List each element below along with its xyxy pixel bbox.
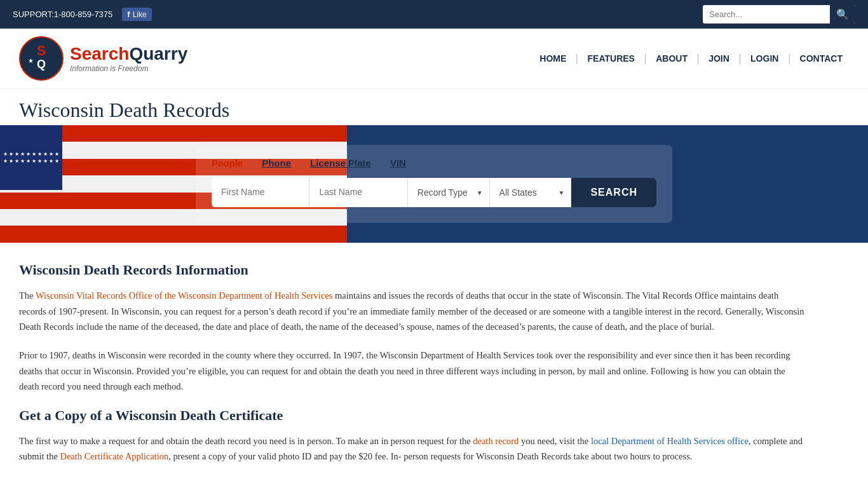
para3-between-links: you need, visit the [519,436,591,446]
nav-features[interactable]: FEATURES [581,53,641,64]
facebook-icon: f [127,10,130,19]
nav-contact[interactable]: CONTACT [794,53,849,64]
svg-text:★: ★ [28,57,34,64]
search-button[interactable]: SEARCH [571,178,656,207]
logo-icon: S Q ★ [19,36,64,81]
top-bar: SUPPORT:1-800-859-7375 f Like 🔍 [0,0,868,29]
svg-text:Q: Q [37,58,46,71]
vital-records-link[interactable]: Wisconsin Vital Records Office of the Wi… [36,290,332,301]
page-title: Wisconsin Death Records [19,98,849,122]
top-bar-left: SUPPORT:1-800-859-7375 f Like [13,8,152,21]
section2-title: Get a Copy of a Wisconsin Death Certific… [19,407,807,424]
nav-divider-5: | [788,53,790,64]
logo-text: SearchQuarry Information is Freedom [70,44,187,73]
nav-login[interactable]: LOGIN [744,53,785,64]
tab-people[interactable]: People [212,158,243,168]
state-wrap: All States Wisconsin Alabama Alaska Ariz… [490,178,572,207]
tab-vin[interactable]: VIN [390,158,406,168]
page-title-area: Wisconsin Death Records [0,89,868,125]
top-search-button[interactable]: 🔍 [830,5,855,24]
top-search-bar: 🔍 [703,5,855,24]
nav-divider-1: | [576,53,578,64]
logo-quarry: Quarry [129,44,187,64]
content-area: Wisconsin Death Records Information The … [0,243,826,488]
main-nav: HOME | FEATURES | ABOUT | JOIN | LOGIN |… [533,53,849,64]
search-tabs: People Phone License Plate VIN [212,158,656,168]
death-cert-app-link[interactable]: Death Certificate Application [60,451,168,461]
record-type-wrap: Record Type Death Records Birth Records … [408,178,490,207]
logo-brand: SearchQuarry [70,44,187,64]
record-type-select[interactable]: Record Type Death Records Birth Records … [408,179,489,207]
tab-license-plate[interactable]: License Plate [310,158,371,168]
nav-divider-3: | [697,53,699,64]
last-name-input[interactable] [309,178,407,206]
content-para-1: The Wisconsin Vital Records Office of th… [19,288,807,335]
death-record-link[interactable]: death record [473,436,519,446]
nav-divider-2: | [644,53,646,64]
content-para-3: The first way to make a request for and … [19,433,807,464]
logo-tagline: Information is Freedom [70,64,187,73]
fb-like-label: Like [133,10,147,19]
state-select[interactable]: All States Wisconsin Alabama Alaska Ariz… [490,179,571,207]
para3-before-link1: The first way to make a request for and … [19,436,473,446]
para3-end: , present a copy of your valid photo ID … [168,451,692,461]
nav-about[interactable]: ABOUT [649,53,694,64]
nav-join[interactable]: JOIN [702,53,736,64]
para1-before-link: The [19,290,36,301]
nav-divider-4: | [739,53,741,64]
search-form: Record Type Death Records Birth Records … [212,178,656,207]
last-name-wrap [309,178,407,207]
logo-area: S Q ★ SearchQuarry Information is Freedo… [19,36,187,81]
site-header: S Q ★ SearchQuarry Information is Freedo… [0,29,868,89]
hero-banner: ★ ★ ★ ★ ★ ★ ★ ★ ★ ★ ★ ★ ★ ★ ★ ★ ★ ★ ★ ★ … [0,125,868,243]
content-para-2: Prior to 1907, deaths in Wisconsin were … [19,348,807,395]
tab-phone[interactable]: Phone [262,158,291,168]
logo-search: Search [70,44,129,64]
first-name-wrap [212,178,309,207]
svg-text:S: S [37,43,46,58]
search-widget: People Phone License Plate VIN Record Ty… [196,145,672,223]
search-icon: 🔍 [836,9,849,20]
section1-title: Wisconsin Death Records Information [19,262,807,278]
support-text: SUPPORT:1-800-859-7375 [13,10,112,19]
first-name-input[interactable] [212,178,309,206]
facebook-like-button[interactable]: f Like [122,8,151,21]
top-search-input[interactable] [703,6,830,22]
nav-home[interactable]: HOME [533,53,573,64]
local-dept-link[interactable]: local Department of Health Services offi… [591,436,749,446]
